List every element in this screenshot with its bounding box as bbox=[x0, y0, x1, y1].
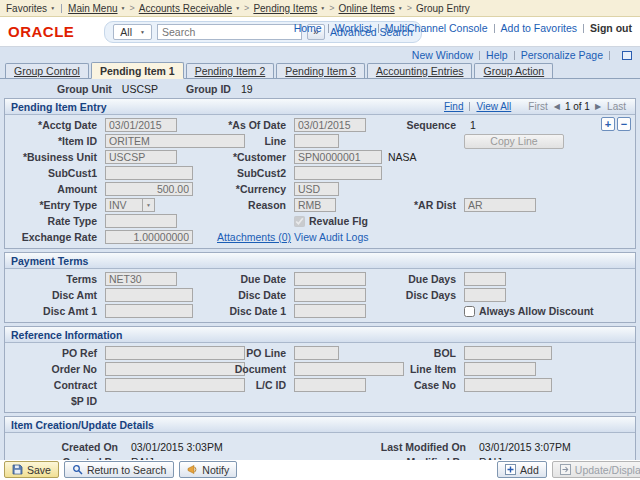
add-row-button[interactable]: + bbox=[601, 117, 615, 131]
breadcrumb: Favorites▼ Main Menu▼ > Accounts Receiva… bbox=[0, 0, 640, 17]
breadcrumb-online-items[interactable]: Online Items▼ bbox=[339, 3, 403, 14]
item-id-label: *Item ID bbox=[5, 135, 102, 147]
disc-date-input[interactable] bbox=[294, 288, 366, 302]
sequence-label: Sequence bbox=[377, 119, 461, 131]
section-body: Terms Due Date Due Days Disc Amt Disc Da… bbox=[5, 269, 635, 322]
page-content: New Window Help Personalize Page Group C… bbox=[0, 47, 640, 460]
bol-input[interactable] bbox=[464, 346, 552, 360]
view-all-link[interactable]: View All bbox=[476, 101, 511, 112]
delete-row-button[interactable]: − bbox=[617, 117, 631, 131]
revalue-flg-checkbox[interactable] bbox=[294, 216, 305, 227]
as-of-date-input[interactable] bbox=[294, 118, 366, 132]
due-days-input[interactable] bbox=[464, 272, 506, 286]
revalue-flg-label: Revalue Flg bbox=[309, 215, 368, 227]
worklist-link[interactable]: Worklist bbox=[335, 22, 372, 34]
tab-pending-item-3[interactable]: Pending Item 3 bbox=[276, 63, 365, 78]
notify-button[interactable]: Notify bbox=[179, 461, 237, 478]
save-button[interactable]: Save bbox=[4, 461, 59, 478]
divider bbox=[609, 51, 610, 60]
po-line-input[interactable] bbox=[294, 346, 339, 360]
form-row: $P ID bbox=[5, 393, 635, 409]
copy-url-icon[interactable] bbox=[622, 51, 632, 60]
divider bbox=[514, 51, 515, 60]
tab-group-action[interactable]: Group Action bbox=[474, 63, 553, 78]
group-info-row: Group Unit USCSP Group ID 19 bbox=[0, 81, 640, 96]
chevron-down-icon: ▼ bbox=[140, 29, 145, 35]
breadcrumb-main-menu[interactable]: Main Menu▼ bbox=[68, 3, 125, 14]
disc-amt-1-input[interactable] bbox=[105, 304, 193, 318]
breadcrumb-pending-items[interactable]: Pending Items▼ bbox=[253, 3, 325, 14]
divider bbox=[494, 24, 495, 33]
ar-dist-label: *AR Dist bbox=[377, 199, 461, 211]
previous-row-icon[interactable]: ◀ bbox=[554, 102, 560, 111]
acctg-date-input[interactable] bbox=[105, 118, 177, 132]
lc-id-input[interactable] bbox=[294, 378, 366, 392]
subcust1-input[interactable] bbox=[105, 166, 193, 180]
copy-line-button[interactable]: Copy Line bbox=[464, 134, 564, 149]
currency-input[interactable] bbox=[294, 182, 339, 196]
search-scope-dropdown[interactable]: All▼ bbox=[113, 24, 152, 40]
rate-type-input[interactable] bbox=[105, 214, 177, 228]
modified-by-value: RAIJ bbox=[471, 456, 635, 461]
reason-input[interactable] bbox=[294, 198, 336, 212]
always-allow-discount-checkbox[interactable] bbox=[464, 306, 475, 317]
breadcrumb-accounts-receivable[interactable]: Accounts Receivable▼ bbox=[139, 3, 240, 14]
return-to-search-button[interactable]: Return to Search bbox=[64, 461, 174, 478]
sign-out-link[interactable]: Sign out bbox=[590, 22, 632, 34]
new-window-link[interactable]: New Window bbox=[412, 49, 473, 61]
subcust2-input[interactable] bbox=[294, 166, 382, 180]
form-row: Amount *Currency bbox=[5, 181, 635, 197]
entry-type-dropdown[interactable]: INV▼ bbox=[105, 198, 155, 212]
terms-input[interactable] bbox=[105, 272, 177, 286]
view-audit-logs-link[interactable]: View Audit Logs bbox=[294, 231, 369, 243]
group-unit-label: Group Unit bbox=[57, 83, 112, 95]
personalize-page-link[interactable]: Personalize Page bbox=[521, 49, 603, 61]
due-date-input[interactable] bbox=[294, 272, 366, 286]
disc-amt-input[interactable] bbox=[105, 288, 193, 302]
multichannel-console-link[interactable]: MultiChannel Console bbox=[385, 22, 488, 34]
divider bbox=[328, 24, 329, 33]
help-link[interactable]: Help bbox=[486, 49, 508, 61]
section-body: Created On 03/01/2015 3:03PM Last Modifi… bbox=[5, 433, 635, 460]
tab-group-control[interactable]: Group Control bbox=[5, 63, 89, 78]
divider bbox=[479, 51, 480, 60]
line-input[interactable] bbox=[294, 134, 339, 148]
form-row: Terms Due Date Due Days bbox=[5, 271, 635, 287]
form-row: Disc Amt Disc Date Disc Days bbox=[5, 287, 635, 303]
find-link[interactable]: Find bbox=[444, 101, 463, 112]
exchange-rate-input[interactable] bbox=[105, 230, 193, 244]
add-to-favorites-link[interactable]: Add to Favorites bbox=[501, 22, 577, 34]
reason-label: Reason bbox=[203, 199, 291, 211]
section-title: Payment Terms bbox=[11, 255, 88, 267]
customer-input[interactable] bbox=[294, 150, 382, 164]
first-row-link[interactable]: First bbox=[528, 101, 547, 112]
amount-input[interactable] bbox=[105, 182, 193, 196]
search-input[interactable] bbox=[157, 24, 302, 40]
due-date-label: Due Date bbox=[203, 273, 291, 285]
case-no-input[interactable] bbox=[464, 378, 552, 392]
subcust2-label: SubCust2 bbox=[203, 167, 291, 179]
business-unit-input[interactable] bbox=[105, 150, 177, 164]
tab-pending-item-1[interactable]: Pending Item 1 bbox=[91, 62, 184, 79]
home-link[interactable]: Home bbox=[294, 22, 322, 34]
tab-pending-item-2[interactable]: Pending Item 2 bbox=[186, 63, 275, 78]
ar-dist-input[interactable] bbox=[464, 198, 536, 212]
breadcrumb-separator-icon: > bbox=[329, 3, 334, 13]
last-modified-on-label: Last Modified On bbox=[363, 441, 471, 453]
line-item-input[interactable] bbox=[464, 362, 536, 376]
attachments-link[interactable]: Attachments (0) bbox=[217, 231, 291, 243]
return-to-search-icon bbox=[72, 464, 83, 475]
tab-accounting-entries[interactable]: Accounting Entries bbox=[367, 63, 473, 78]
disc-date-1-input[interactable] bbox=[294, 304, 366, 318]
add-button[interactable]: Add bbox=[497, 461, 547, 478]
update-display-button[interactable]: Update/Display bbox=[552, 461, 640, 478]
next-row-icon[interactable]: ▶ bbox=[595, 102, 601, 111]
item-creation-update-box: Item Creation/Update Details Created On … bbox=[4, 416, 636, 460]
payment-terms-box: Payment Terms Terms Due Date Due Days Di… bbox=[4, 252, 636, 323]
group-unit-value: USCSP bbox=[122, 83, 158, 95]
breadcrumb-separator-icon: > bbox=[244, 3, 249, 13]
disc-days-input[interactable] bbox=[464, 288, 506, 302]
breadcrumb-favorites[interactable]: Favorites▼ bbox=[6, 3, 55, 14]
section-header: Item Creation/Update Details bbox=[5, 417, 635, 433]
last-row-link[interactable]: Last bbox=[607, 101, 626, 112]
